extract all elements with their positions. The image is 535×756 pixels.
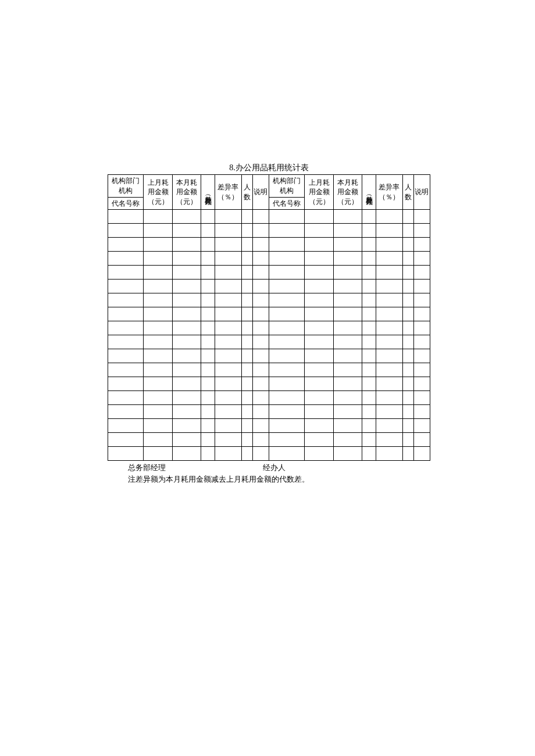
table-row (108, 349, 430, 363)
table-cell (413, 293, 430, 307)
table-cell (172, 363, 201, 377)
table-row (108, 293, 430, 307)
table-cell (413, 224, 430, 238)
table-cell (362, 293, 376, 307)
table-cell (362, 377, 376, 391)
table-cell (362, 321, 376, 335)
table-cell (201, 335, 215, 349)
table-cell (252, 266, 269, 280)
table-cell (402, 224, 413, 238)
table-cell (305, 419, 334, 433)
table-cell (172, 419, 201, 433)
table-cell (108, 363, 144, 377)
table-cell (362, 433, 376, 447)
table-cell (413, 307, 430, 321)
header-people-left: 人数 (241, 175, 252, 210)
table-row (108, 321, 430, 335)
table-cell (269, 238, 304, 252)
table-cell (333, 252, 362, 266)
table-cell (413, 433, 430, 447)
table-cell (305, 447, 334, 461)
table-cell (305, 321, 334, 335)
table-cell (241, 363, 252, 377)
table-cell (362, 419, 376, 433)
table-cell (305, 335, 334, 349)
footer-note: 注差异额为本月耗用金额减去上月耗用金额的代数差。 (108, 474, 430, 485)
table-cell (108, 405, 144, 419)
table-row (108, 377, 430, 391)
table-cell (402, 405, 413, 419)
table-cell (376, 447, 402, 461)
table-cell (376, 391, 402, 405)
table-cell (413, 321, 430, 335)
table-cell (215, 405, 241, 419)
table-cell (215, 210, 241, 224)
table-row (108, 266, 430, 280)
table-cell (215, 419, 241, 433)
table-cell (269, 252, 304, 266)
table-cell (413, 349, 430, 363)
table-cell (402, 321, 413, 335)
table-cell (201, 293, 215, 307)
table-cell (108, 280, 144, 293)
table-cell (201, 252, 215, 266)
table-cell (305, 266, 334, 280)
table-row (108, 252, 430, 266)
table-cell (333, 377, 362, 391)
table-cell (201, 405, 215, 419)
table-cell (144, 419, 173, 433)
table-cell (305, 391, 334, 405)
table-row (108, 238, 430, 252)
table-cell (144, 307, 173, 321)
table-cell (241, 224, 252, 238)
table-cell (402, 433, 413, 447)
table-cell (362, 252, 376, 266)
table-cell (241, 210, 252, 224)
table-cell (201, 266, 215, 280)
table-cell (376, 210, 402, 224)
table-cell (269, 433, 304, 447)
table-cell (215, 307, 241, 321)
table-cell (305, 210, 334, 224)
table-cell (376, 419, 402, 433)
table-cell (413, 377, 430, 391)
table-cell (241, 405, 252, 419)
table-cell (402, 293, 413, 307)
header-diff-rate-left: 差异率（％） (215, 175, 241, 210)
table-cell (108, 335, 144, 349)
table-cell (172, 349, 201, 363)
table-cell (201, 363, 215, 377)
table-cell (144, 293, 173, 307)
table-cell (144, 210, 173, 224)
table-cell (215, 224, 241, 238)
table-cell (333, 419, 362, 433)
table-cell (215, 293, 241, 307)
table-cell (252, 447, 269, 461)
table-cell (201, 349, 215, 363)
table-cell (305, 405, 334, 419)
table-cell (215, 280, 241, 293)
table-cell (402, 419, 413, 433)
table-cell (201, 238, 215, 252)
table-cell (144, 224, 173, 238)
table-cell (172, 405, 201, 419)
header-note-left: 说明 (252, 175, 269, 210)
table-cell (201, 210, 215, 224)
table-cell (333, 210, 362, 224)
table-cell (402, 377, 413, 391)
table-cell (413, 280, 430, 293)
table-cell (333, 238, 362, 252)
table-row (108, 405, 430, 419)
table-cell (144, 321, 173, 335)
footer-signatures: 总务部经理 经办人 (108, 462, 430, 474)
table-cell (376, 307, 402, 321)
table-cell (376, 349, 402, 363)
table-cell (269, 419, 304, 433)
table-cell (376, 238, 402, 252)
table-cell (108, 391, 144, 405)
table-cell (362, 210, 376, 224)
header-diff-rate-right: 差异率（％） (376, 175, 402, 210)
table-cell (108, 349, 144, 363)
table-cell (108, 210, 144, 224)
table-cell (108, 447, 144, 461)
